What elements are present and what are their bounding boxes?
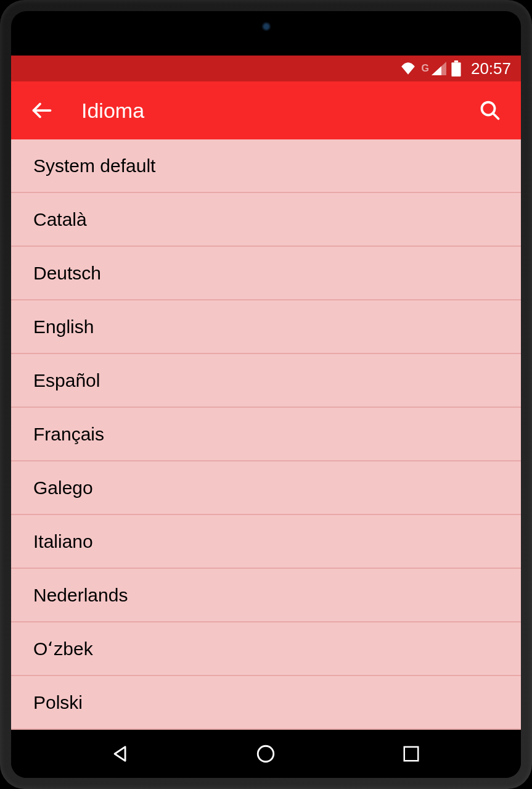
language-item-deutsch[interactable]: Deutsch [11,247,521,300]
back-button[interactable] [26,94,58,126]
network-type-label: G [421,63,428,74]
system-nav-bar [11,730,521,778]
nav-home-button[interactable] [247,735,284,772]
language-item-english[interactable]: English [11,300,521,354]
tablet-inner: G 20:57 [11,11,521,778]
language-label: Français [33,424,104,445]
language-item-espanol[interactable]: Español [11,354,521,408]
screen: G 20:57 [11,56,521,730]
language-label: Galego [33,477,93,498]
language-label: Nederlands [33,585,128,606]
svg-line-4 [493,114,499,119]
svg-rect-6 [404,747,419,761]
svg-rect-0 [454,60,459,62]
language-label: Polski [33,692,83,713]
language-item-francais[interactable]: Français [11,408,521,461]
svg-rect-1 [451,62,460,76]
cellular-signal-icon [432,62,446,75]
battery-icon [451,60,461,76]
clock-time: 20:57 [471,59,511,78]
language-item-italiano[interactable]: Italiano [11,515,521,569]
language-item-polski[interactable]: Polski [11,676,521,730]
language-list[interactable]: System default Català Deutsch English Es… [11,139,521,730]
language-item-ozbek[interactable]: Oʻzbek [11,622,521,676]
wifi-icon [400,62,416,75]
tablet-frame: G 20:57 [0,0,532,789]
language-item-catala[interactable]: Català [11,193,521,247]
app-bar: Idioma [11,81,521,139]
language-label: System default [33,155,155,176]
language-item-system-default[interactable]: System default [11,139,521,193]
language-label: Deutsch [33,263,101,284]
language-label: English [33,316,94,337]
search-icon [479,99,501,122]
language-label: Italiano [33,531,93,552]
nav-recent-button[interactable] [393,735,430,772]
language-label: Español [33,370,100,391]
square-recent-icon [402,745,420,763]
tablet-camera [261,22,271,31]
arrow-left-icon [31,99,53,122]
language-label: Oʻzbek [33,638,93,659]
nav-back-button[interactable] [102,735,139,772]
search-button[interactable] [474,94,506,126]
page-title: Idioma [81,99,451,123]
triangle-back-icon [110,743,131,764]
language-item-nederlands[interactable]: Nederlands [11,569,521,622]
language-label: Català [33,209,87,230]
svg-point-5 [258,746,274,762]
language-item-galego[interactable]: Galego [11,461,521,515]
circle-home-icon [255,743,276,764]
status-bar: G 20:57 [11,56,521,81]
